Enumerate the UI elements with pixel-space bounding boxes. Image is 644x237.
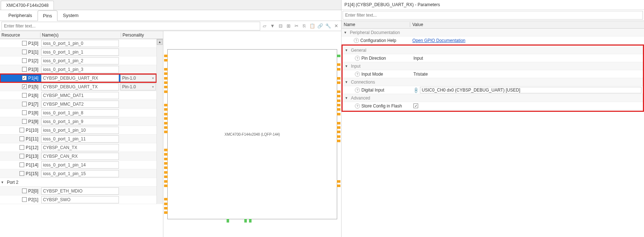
chip-pin[interactable] [337,77,340,80]
row-checkbox[interactable] [22,41,27,46]
chip-pin[interactable] [337,135,340,138]
name-field[interactable]: ioss_0_port_1_pin_11 [41,135,119,143]
chip-diagram[interactable]: XMC4700-F144x2048 (LQFP-144) [163,31,341,237]
name-field[interactable]: CYBSP_CAN_TX [41,144,119,151]
chip-pin[interactable] [337,180,340,183]
chip-pin[interactable] [337,131,340,133]
chip-pin[interactable] [164,158,168,160]
chip-pin[interactable] [164,198,168,200]
input-mode-value[interactable]: Tristate [413,72,428,77]
expand-icon[interactable]: ⊞ [285,23,291,29]
copy-icon[interactable]: ⎘ [301,23,307,29]
chip-pin[interactable] [164,185,168,187]
chip-pin[interactable] [164,126,168,129]
chip-pin[interactable] [164,104,168,106]
cut-icon[interactable]: ✂ [293,23,299,29]
chip-pin[interactable] [164,207,168,210]
name-field[interactable]: ioss_0_port_1_pin_0 [41,40,119,47]
chip-pin[interactable] [164,86,168,88]
chip-pin[interactable] [337,140,340,142]
table-row[interactable]: P1[15]ioss_0_port_1_pin_15 [0,169,156,178]
chip-pin[interactable] [164,81,168,84]
chip-pin[interactable] [227,219,229,223]
chip-pin[interactable] [337,100,340,102]
row-checkbox[interactable] [20,154,24,158]
row-checkbox[interactable]: ✓ [22,84,27,89]
link-icon[interactable]: 🔗 [317,23,323,29]
wrench-icon[interactable]: 🔧 [325,23,331,29]
name-field[interactable]: CYBSP_MMC_DAT1 [41,92,119,99]
chip-pin[interactable] [164,117,168,120]
name-field[interactable]: CYBSP_CAN_RX [41,153,119,160]
group-row[interactable]: ▼Port 2 [0,178,156,187]
row-checkbox[interactable] [22,67,27,72]
row-checkbox[interactable] [22,110,27,115]
group-input[interactable]: ▼Input [343,62,643,70]
chip-pin[interactable] [164,77,168,80]
chip-pin[interactable] [164,90,168,93]
chip-pin[interactable] [337,81,340,84]
name-field[interactable]: ioss_0_port_1_pin_14 [41,161,119,169]
chip-pin[interactable] [337,185,340,187]
help-icon[interactable]: ? [354,38,359,43]
chip-pin[interactable] [164,162,168,165]
chip-pin[interactable] [164,68,168,71]
row-checkbox[interactable] [20,162,24,167]
table-row[interactable]: P1[11]ioss_0_port_1_pin_11 [0,135,156,143]
col-personality[interactable]: Personality [121,33,156,38]
param-filter-input[interactable] [343,11,643,20]
row-checkbox[interactable] [20,145,24,150]
table-row[interactable]: P1[8]ioss_0_port_1_pin_8 [0,109,156,117]
chip-pin[interactable] [337,63,340,66]
table-row[interactable]: ✓P1[5]CYBSP_DEBUG_UART_TXPin-1.0▾ [0,82,156,91]
chip-pin[interactable] [249,219,252,223]
chip-pin[interactable] [164,59,168,62]
name-field[interactable]: CYBSP_ETH_MDIO [41,187,119,195]
row-checkbox[interactable] [22,189,27,193]
name-field[interactable]: ioss_0_port_1_pin_15 [41,170,119,177]
table-row[interactable]: P2[1]CYBSP_SWO [0,195,156,204]
group-connections[interactable]: ▼Connections [343,78,643,86]
tab-peripherals[interactable]: Peripherals [3,10,38,21]
name-field[interactable]: ioss_0_port_1_pin_9 [41,118,119,125]
chip-pin[interactable] [337,95,340,97]
chip-pin[interactable] [337,55,340,57]
table-row[interactable]: P1[0]ioss_0_port_1_pin_0 [0,39,156,48]
row-checkbox[interactable] [20,128,24,132]
funnel-icon[interactable]: ▼ [270,23,275,29]
row-checkbox[interactable] [22,102,27,106]
tab-pins[interactable]: Pins [38,10,57,21]
paste-icon[interactable]: 📋 [309,23,315,29]
col-resource[interactable]: Resource [0,33,40,38]
help-icon[interactable]: ? [355,56,360,61]
param-col-name[interactable]: Name [342,22,410,27]
row-checkbox[interactable] [22,119,27,124]
help-icon[interactable]: ? [355,72,360,77]
chip-pin[interactable] [337,122,340,124]
chip-pin[interactable] [337,90,340,93]
chip-pin[interactable] [164,113,168,115]
row-checkbox[interactable] [22,93,27,98]
gpio-doc-link[interactable]: Open GPIO Documentation [412,38,465,43]
chip-pin[interactable] [164,108,168,111]
table-row[interactable]: P1[2]ioss_0_port_1_pin_2 [0,56,156,65]
chip-pin[interactable] [164,153,168,156]
name-field[interactable]: ioss_0_port_1_pin_3 [41,66,119,73]
filter-input[interactable] [1,22,260,30]
close-icon[interactable]: ✕ [333,23,339,29]
chip-pin[interactable] [164,180,168,183]
param-col-value[interactable]: Value [410,22,644,27]
chip-pin[interactable] [164,131,168,133]
eraser-icon[interactable]: ▱ [262,23,267,29]
table-row[interactable]: P1[7]CYBSP_MMC_DAT2 [0,100,156,109]
row-checkbox[interactable] [20,171,24,176]
table-row[interactable]: ✓P1[4]CYBSP_DEBUG_UART_RXPin-1.0▾ [0,74,156,82]
chip-pin[interactable] [337,108,340,111]
chip-pin[interactable] [164,55,168,57]
doc-tab[interactable]: XMC4700-F144x2048 [1,1,54,10]
table-row[interactable]: P2[0]CYBSP_ETH_MDIO [0,187,156,195]
scroll-up-icon[interactable]: ▲ [157,39,163,45]
name-field[interactable]: CYBSP_DEBUG_UART_RX [41,75,119,82]
table-row[interactable]: P1[3]ioss_0_port_1_pin_3 [0,65,156,74]
chip-pin[interactable] [164,72,168,75]
